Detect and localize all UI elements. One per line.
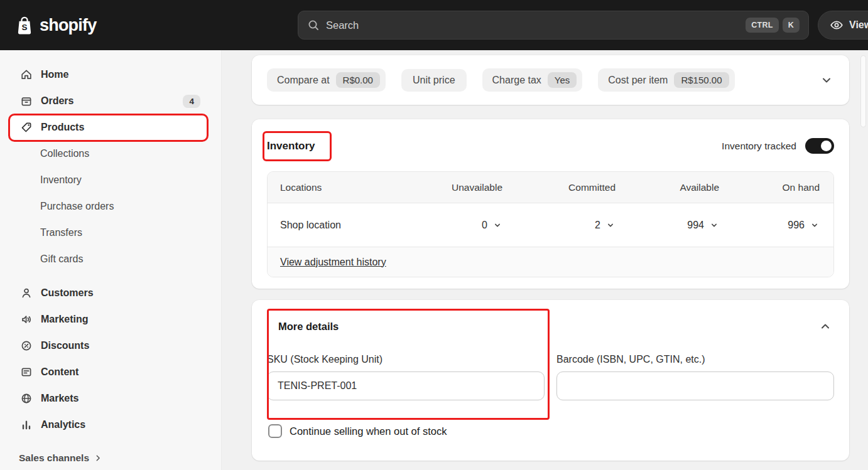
search-placeholder: Search bbox=[326, 19, 359, 31]
details-fields: SKU (Stock Keeping Unit) Barcode (ISBN, … bbox=[267, 354, 834, 400]
sales-channels-header[interactable]: Sales channels bbox=[19, 447, 102, 469]
col-committed: Committed bbox=[516, 182, 629, 193]
shopify-admin-product-page: S shopify Search CTRL K View bbox=[0, 0, 868, 470]
sidebar-nav: Home Orders 4 Products Collections Inven… bbox=[0, 50, 221, 438]
unavailable-dropdown[interactable]: 0 bbox=[482, 220, 502, 231]
megaphone-icon bbox=[20, 313, 33, 326]
inventory-table-row: Shop location 0 2 994 996 bbox=[268, 203, 833, 247]
continue-selling-checkbox[interactable] bbox=[268, 424, 282, 438]
globe-icon bbox=[20, 392, 33, 405]
cost-per-item-chip[interactable]: Cost per item R$150.00 bbox=[598, 68, 734, 92]
orders-icon bbox=[20, 95, 33, 107]
inventory-tracked-label: Inventory tracked bbox=[722, 141, 796, 152]
col-unavailable: Unavailable bbox=[403, 182, 516, 193]
caret-down-icon bbox=[709, 220, 719, 230]
eye-icon bbox=[830, 18, 844, 32]
sidebar-item-gift-cards[interactable]: Gift cards bbox=[10, 246, 207, 272]
sidebar-item-purchase-orders[interactable]: Purchase orders bbox=[10, 193, 207, 220]
sidebar-item-analytics[interactable]: Analytics bbox=[10, 412, 207, 438]
compare-at-value: R$0.00 bbox=[336, 72, 380, 88]
pricing-summary-card: Compare at R$0.00 Unit price Charge tax … bbox=[252, 55, 849, 105]
chevron-down-icon bbox=[820, 74, 833, 87]
content-icon bbox=[20, 366, 33, 378]
cost-per-item-value: R$150.00 bbox=[674, 72, 729, 88]
home-icon bbox=[20, 68, 33, 81]
shopify-bag-icon: S bbox=[15, 15, 34, 35]
sidebar-item-discounts[interactable]: Discounts bbox=[10, 333, 207, 359]
continue-selling-label: Continue selling when out of stock bbox=[290, 425, 447, 437]
chevron-right-icon bbox=[94, 454, 102, 462]
inventory-header: Inventory Inventory tracked bbox=[252, 119, 849, 154]
sidebar-item-transfers[interactable]: Transfers bbox=[10, 220, 207, 246]
available-dropdown[interactable]: 994 bbox=[687, 220, 719, 231]
toggle-knob bbox=[821, 141, 832, 151]
inventory-table-header: Locations Unavailable Committed Availabl… bbox=[268, 172, 833, 203]
sidebar-item-inventory[interactable]: Inventory bbox=[10, 167, 207, 193]
kbd-k: K bbox=[783, 18, 800, 33]
view-adjustment-history-link[interactable]: View adjustment history bbox=[280, 257, 386, 268]
barcode-label: Barcode (ISBN, UPC, GTIN, etc.) bbox=[556, 354, 834, 365]
tag-icon bbox=[20, 121, 33, 134]
discount-icon bbox=[20, 339, 33, 352]
sidebar-item-content[interactable]: Content bbox=[10, 359, 207, 385]
barcode-field-group: Barcode (ISBN, UPC, GTIN, etc.) bbox=[556, 354, 834, 400]
shopify-logo[interactable]: S shopify bbox=[15, 0, 96, 50]
location-name: Shop location bbox=[268, 220, 403, 231]
on-hand-dropdown[interactable]: 996 bbox=[788, 220, 820, 231]
sidebar-item-home[interactable]: Home bbox=[10, 61, 207, 88]
logo-letter: S bbox=[21, 23, 27, 32]
caret-down-icon bbox=[492, 220, 502, 230]
inventory-title: Inventory bbox=[267, 140, 315, 152]
main-content: Compare at R$0.00 Unit price Charge tax … bbox=[222, 50, 868, 470]
search-shortcut: CTRL K bbox=[746, 18, 800, 33]
sidebar-item-markets[interactable]: Markets bbox=[10, 385, 207, 412]
more-details-collapse-button[interactable] bbox=[816, 318, 834, 335]
more-details-title: More details bbox=[278, 321, 339, 333]
committed-dropdown[interactable]: 2 bbox=[595, 220, 616, 231]
charge-tax-chip[interactable]: Charge tax Yes bbox=[482, 68, 583, 92]
sidebar-item-marketing[interactable]: Marketing bbox=[10, 306, 207, 333]
col-locations: Locations bbox=[268, 182, 403, 193]
view-button[interactable]: View bbox=[818, 11, 868, 40]
orders-count-badge: 4 bbox=[183, 95, 200, 108]
search-icon bbox=[307, 19, 320, 31]
brand-wordmark: shopify bbox=[40, 16, 96, 35]
col-available: Available bbox=[629, 182, 733, 193]
more-details-card: More details SKU (Stock Keeping Unit) Ba… bbox=[252, 300, 849, 461]
unit-price-chip[interactable]: Unit price bbox=[401, 69, 467, 92]
inventory-tracked-control: Inventory tracked bbox=[722, 138, 834, 154]
kbd-ctrl: CTRL bbox=[746, 18, 779, 33]
chevron-up-icon bbox=[819, 320, 832, 333]
compare-at-chip[interactable]: Compare at R$0.00 bbox=[267, 68, 386, 92]
search-input[interactable]: Search CTRL K bbox=[298, 11, 809, 40]
inventory-tracked-toggle[interactable] bbox=[805, 138, 834, 154]
topbar: S shopify Search CTRL K View bbox=[0, 0, 868, 50]
sku-input[interactable] bbox=[267, 371, 545, 400]
bar-chart-icon bbox=[20, 419, 33, 431]
scrollbar-thumb[interactable] bbox=[860, 55, 866, 127]
customers-icon bbox=[20, 287, 33, 299]
caret-down-icon bbox=[810, 220, 820, 230]
view-button-label: View bbox=[849, 19, 868, 31]
inventory-card: Inventory Inventory tracked Locations Un… bbox=[252, 119, 849, 289]
col-on-hand: On hand bbox=[733, 182, 833, 193]
sidebar-item-collections[interactable]: Collections bbox=[10, 141, 207, 167]
sku-label: SKU (Stock Keeping Unit) bbox=[267, 354, 545, 365]
barcode-input[interactable] bbox=[556, 371, 834, 400]
sidebar-item-orders[interactable]: Orders 4 bbox=[10, 88, 207, 114]
inventory-table: Locations Unavailable Committed Availabl… bbox=[267, 171, 834, 277]
continue-selling-row: Continue selling when out of stock bbox=[268, 424, 834, 438]
more-details-header: More details bbox=[267, 318, 834, 335]
sidebar-item-products[interactable]: Products bbox=[10, 114, 207, 141]
sku-field-group: SKU (Stock Keeping Unit) bbox=[267, 354, 545, 400]
sidebar-item-customers[interactable]: Customers bbox=[10, 280, 207, 306]
pricing-expand-button[interactable] bbox=[818, 72, 835, 89]
sidebar: Home Orders 4 Products Collections Inven… bbox=[0, 50, 222, 470]
charge-tax-value: Yes bbox=[548, 72, 577, 88]
caret-down-icon bbox=[605, 220, 616, 230]
inventory-table-footer: View adjustment history bbox=[268, 247, 833, 277]
